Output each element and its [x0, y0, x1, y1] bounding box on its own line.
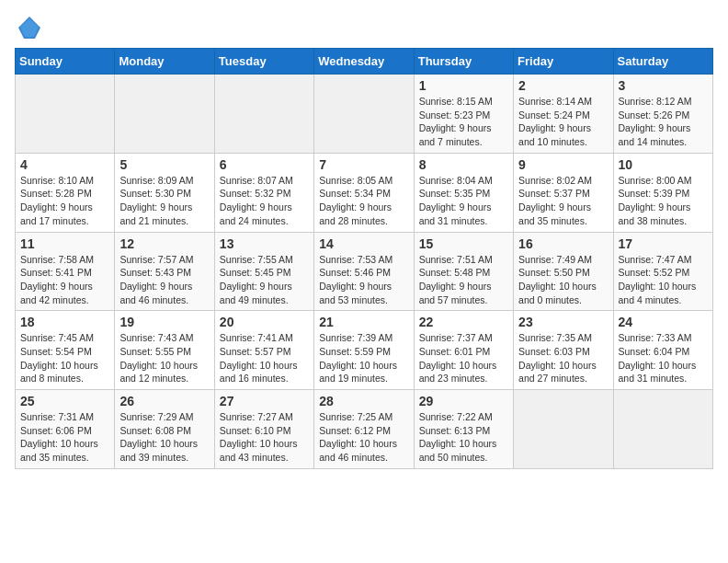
weekday-header-saturday: Saturday — [613, 49, 712, 75]
day-info: Sunrise: 8:14 AM Sunset: 5:24 PM Dayligh… — [518, 95, 608, 149]
day-number: 26 — [119, 394, 209, 408]
day-info: Sunrise: 8:12 AM Sunset: 5:26 PM Dayligh… — [619, 95, 708, 149]
day-info: Sunrise: 7:39 AM Sunset: 5:59 PM Dayligh… — [319, 331, 408, 385]
weekday-header-wednesday: Wednesday — [314, 49, 414, 75]
calendar-cell: 13Sunrise: 7:55 AM Sunset: 5:45 PM Dayli… — [214, 232, 313, 311]
day-info: Sunrise: 7:53 AM Sunset: 5:46 PM Dayligh… — [319, 253, 408, 307]
day-number: 22 — [419, 315, 508, 329]
day-number: 6 — [220, 157, 309, 172]
day-info: Sunrise: 7:33 AM Sunset: 6:04 PM Dayligh… — [619, 331, 708, 385]
day-number: 14 — [319, 236, 408, 251]
calendar-cell: 25Sunrise: 7:31 AM Sunset: 6:06 PM Dayli… — [16, 390, 115, 469]
day-number: 20 — [220, 315, 309, 329]
weekday-header-friday: Friday — [514, 49, 613, 75]
day-info: Sunrise: 7:27 AM Sunset: 6:10 PM Dayligh… — [220, 410, 309, 465]
calendar-cell: 28Sunrise: 7:25 AM Sunset: 6:12 PM Dayli… — [314, 390, 414, 469]
calendar-cell: 14Sunrise: 7:53 AM Sunset: 5:46 PM Dayli… — [314, 232, 414, 311]
calendar-cell: 23Sunrise: 7:35 AM Sunset: 6:03 PM Dayli… — [514, 311, 613, 390]
day-number: 13 — [220, 236, 309, 251]
day-info: Sunrise: 8:02 AM Sunset: 5:37 PM Dayligh… — [518, 174, 608, 228]
day-number: 9 — [518, 157, 608, 172]
day-info: Sunrise: 7:51 AM Sunset: 5:48 PM Dayligh… — [419, 253, 508, 307]
day-number: 29 — [419, 394, 508, 408]
day-info: Sunrise: 7:55 AM Sunset: 5:45 PM Dayligh… — [220, 253, 309, 307]
day-info: Sunrise: 8:00 AM Sunset: 5:39 PM Dayligh… — [619, 174, 708, 228]
weekday-header-sunday: Sunday — [16, 49, 115, 75]
day-number: 23 — [518, 315, 608, 329]
calendar-cell: 8Sunrise: 8:04 AM Sunset: 5:35 PM Daylig… — [414, 153, 513, 232]
day-number: 11 — [20, 236, 109, 251]
weekday-header-tuesday: Tuesday — [214, 49, 313, 75]
day-info: Sunrise: 7:35 AM Sunset: 6:03 PM Dayligh… — [518, 331, 608, 385]
calendar-cell: 1Sunrise: 8:15 AM Sunset: 5:23 PM Daylig… — [414, 75, 513, 154]
calendar-cell: 2Sunrise: 8:14 AM Sunset: 5:24 PM Daylig… — [514, 75, 613, 154]
header — [15, 15, 713, 40]
day-info: Sunrise: 8:09 AM Sunset: 5:30 PM Dayligh… — [119, 174, 209, 228]
calendar-cell: 27Sunrise: 7:27 AM Sunset: 6:10 PM Dayli… — [214, 390, 313, 469]
day-number: 24 — [619, 315, 708, 329]
weekday-header-monday: Monday — [115, 49, 214, 75]
day-number: 4 — [20, 157, 109, 172]
calendar-cell: 22Sunrise: 7:37 AM Sunset: 6:01 PM Dayli… — [414, 311, 513, 390]
day-info: Sunrise: 7:58 AM Sunset: 5:41 PM Dayligh… — [20, 253, 109, 307]
day-info: Sunrise: 8:04 AM Sunset: 5:35 PM Dayligh… — [419, 174, 508, 228]
day-number: 1 — [419, 78, 508, 93]
day-info: Sunrise: 7:43 AM Sunset: 5:55 PM Dayligh… — [119, 331, 209, 385]
day-number: 12 — [119, 236, 209, 251]
calendar-cell: 18Sunrise: 7:45 AM Sunset: 5:54 PM Dayli… — [16, 311, 115, 390]
day-number: 27 — [220, 394, 309, 408]
calendar-cell: 15Sunrise: 7:51 AM Sunset: 5:48 PM Dayli… — [414, 232, 513, 311]
calendar-cell: 9Sunrise: 8:02 AM Sunset: 5:37 PM Daylig… — [514, 153, 613, 232]
day-number: 2 — [518, 78, 608, 93]
calendar-cell: 21Sunrise: 7:39 AM Sunset: 5:59 PM Dayli… — [314, 311, 414, 390]
day-number: 17 — [619, 236, 708, 251]
day-number: 18 — [20, 315, 109, 329]
weekday-header-thursday: Thursday — [414, 49, 513, 75]
calendar: SundayMondayTuesdayWednesdayThursdayFrid… — [15, 48, 713, 469]
day-info: Sunrise: 7:57 AM Sunset: 5:43 PM Dayligh… — [119, 253, 209, 307]
calendar-cell: 24Sunrise: 7:33 AM Sunset: 6:04 PM Dayli… — [613, 311, 712, 390]
day-number: 15 — [419, 236, 508, 251]
calendar-cell — [613, 390, 712, 469]
calendar-cell — [514, 390, 613, 469]
day-number: 3 — [619, 78, 708, 93]
logo-icon — [17, 15, 42, 40]
day-info: Sunrise: 7:29 AM Sunset: 6:08 PM Dayligh… — [119, 410, 209, 465]
day-info: Sunrise: 7:49 AM Sunset: 5:50 PM Dayligh… — [518, 253, 608, 307]
calendar-cell: 12Sunrise: 7:57 AM Sunset: 5:43 PM Dayli… — [115, 232, 214, 311]
calendar-cell: 6Sunrise: 8:07 AM Sunset: 5:32 PM Daylig… — [214, 153, 313, 232]
day-info: Sunrise: 7:47 AM Sunset: 5:52 PM Dayligh… — [619, 253, 708, 307]
day-number: 16 — [518, 236, 608, 251]
calendar-cell: 19Sunrise: 7:43 AM Sunset: 5:55 PM Dayli… — [115, 311, 214, 390]
calendar-cell: 10Sunrise: 8:00 AM Sunset: 5:39 PM Dayli… — [613, 153, 712, 232]
day-info: Sunrise: 8:15 AM Sunset: 5:23 PM Dayligh… — [419, 95, 508, 149]
day-number: 19 — [119, 315, 209, 329]
calendar-cell: 5Sunrise: 8:09 AM Sunset: 5:30 PM Daylig… — [115, 153, 214, 232]
calendar-cell — [314, 75, 414, 154]
day-info: Sunrise: 7:45 AM Sunset: 5:54 PM Dayligh… — [20, 331, 109, 385]
calendar-cell: 4Sunrise: 8:10 AM Sunset: 5:28 PM Daylig… — [16, 153, 115, 232]
calendar-cell: 20Sunrise: 7:41 AM Sunset: 5:57 PM Dayli… — [214, 311, 313, 390]
calendar-cell — [115, 75, 214, 154]
day-number: 25 — [20, 394, 109, 408]
calendar-cell: 17Sunrise: 7:47 AM Sunset: 5:52 PM Dayli… — [613, 232, 712, 311]
day-number: 10 — [619, 157, 708, 172]
calendar-cell: 26Sunrise: 7:29 AM Sunset: 6:08 PM Dayli… — [115, 390, 214, 469]
day-number: 8 — [419, 157, 508, 172]
calendar-cell — [214, 75, 313, 154]
calendar-cell: 3Sunrise: 8:12 AM Sunset: 5:26 PM Daylig… — [613, 75, 712, 154]
calendar-cell: 7Sunrise: 8:05 AM Sunset: 5:34 PM Daylig… — [314, 153, 414, 232]
day-info: Sunrise: 7:25 AM Sunset: 6:12 PM Dayligh… — [319, 410, 408, 465]
day-number: 5 — [119, 157, 209, 172]
calendar-cell: 16Sunrise: 7:49 AM Sunset: 5:50 PM Dayli… — [514, 232, 613, 311]
day-number: 28 — [319, 394, 408, 408]
day-info: Sunrise: 7:31 AM Sunset: 6:06 PM Dayligh… — [20, 410, 109, 465]
day-info: Sunrise: 7:22 AM Sunset: 6:13 PM Dayligh… — [419, 410, 508, 465]
day-info: Sunrise: 7:37 AM Sunset: 6:01 PM Dayligh… — [419, 331, 508, 385]
calendar-cell: 11Sunrise: 7:58 AM Sunset: 5:41 PM Dayli… — [16, 232, 115, 311]
calendar-cell — [16, 75, 115, 154]
day-info: Sunrise: 7:41 AM Sunset: 5:57 PM Dayligh… — [220, 331, 309, 385]
day-info: Sunrise: 8:05 AM Sunset: 5:34 PM Dayligh… — [319, 174, 408, 228]
day-number: 7 — [319, 157, 408, 172]
logo — [15, 15, 42, 40]
